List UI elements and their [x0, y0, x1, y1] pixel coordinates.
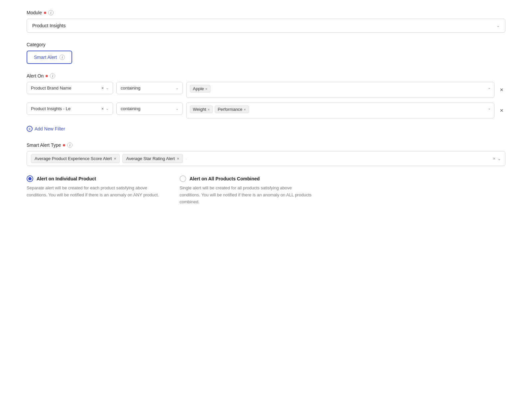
- radio-combined-title: Alert on All Products Combined: [190, 176, 260, 181]
- alert-on-info-icon[interactable]: i: [50, 73, 55, 79]
- alert-on-label: Alert On: [27, 73, 44, 79]
- filter1-operator-select[interactable]: containing ⌄: [116, 82, 183, 94]
- smart-alert-type-required-dot: [63, 144, 65, 146]
- alert-on-section: Alert On i Product Brand Name × ⌄ contai…: [27, 73, 505, 133]
- category-label: Category: [27, 42, 46, 47]
- radio-combined-description: Single alert will be created for all pro…: [180, 185, 313, 205]
- smart-alert-type-chevron-icon[interactable]: ⌄: [497, 156, 501, 161]
- module-value: Product Insights: [32, 23, 66, 28]
- filter1-field-chevron-icon[interactable]: ⌄: [106, 86, 109, 90]
- filter2-tag-performance-remove-icon[interactable]: ×: [244, 107, 246, 111]
- filter2-field-remove-icon[interactable]: ×: [101, 106, 104, 111]
- radio-combined-circle[interactable]: [180, 175, 186, 182]
- filter1-values-inner: Apple × ⌄: [190, 85, 491, 93]
- smart-alert-type-label-row: Smart Alert Type i: [27, 142, 505, 148]
- filter1-field-select[interactable]: Product Brand Name × ⌄: [27, 82, 113, 94]
- filter2-values-box[interactable]: Weight × Performance × ⌄: [186, 102, 494, 118]
- module-required-dot: [44, 12, 46, 14]
- filter2-values-inner: Weight × Performance × ⌄: [190, 105, 491, 113]
- radio-option-combined-label-row: Alert on All Products Combined: [180, 175, 313, 182]
- alert-on-required-dot: [46, 75, 48, 77]
- filter2-field-value: Product Insights - Le: [31, 106, 99, 111]
- filter2-tag-weight-remove-icon[interactable]: ×: [207, 107, 209, 111]
- filter2-tag-weight: Weight ×: [190, 105, 213, 113]
- smart-alert-type-field[interactable]: Average Product Experience Score Alert ×…: [27, 151, 505, 166]
- filter2-field-select[interactable]: Product Insights - Le × ⌄: [27, 102, 113, 115]
- filter1-operator-value: containing: [121, 86, 174, 91]
- smart-alert-category-button[interactable]: Smart Alert i: [27, 51, 72, 64]
- add-filter-circle-icon: +: [27, 126, 33, 132]
- filter1-field-remove-icon[interactable]: ×: [101, 86, 104, 91]
- filter-row-1: Product Brand Name × ⌄ containing ⌄ Appl…: [27, 82, 505, 98]
- filter2-tag-performance: Performance ×: [215, 105, 249, 113]
- module-section: Module i Product Insights ⌄: [27, 10, 505, 33]
- smart-alert-type-info-icon[interactable]: i: [67, 142, 72, 148]
- radio-option-individual[interactable]: Alert on Individual Product Separate ale…: [27, 175, 160, 205]
- radio-individual-description: Separate alert will be created for each …: [27, 185, 160, 199]
- category-info-icon[interactable]: i: [60, 55, 65, 60]
- alert-type-tag-1: Average Product Experience Score Alert ×: [31, 154, 120, 163]
- radio-section: Alert on Individual Product Separate ale…: [27, 175, 505, 205]
- filter2-operator-chevron-icon[interactable]: ⌄: [176, 106, 179, 111]
- alert-type-tag-1-remove-icon[interactable]: ×: [114, 156, 116, 161]
- filter1-tag-apple-remove-icon[interactable]: ×: [205, 87, 207, 91]
- filter2-remove-button[interactable]: ×: [498, 104, 505, 117]
- add-new-filter-button[interactable]: + Add New Filter: [27, 124, 65, 133]
- filter2-operator-select[interactable]: containing ⌄: [116, 102, 183, 115]
- module-info-icon[interactable]: i: [48, 10, 54, 15]
- radio-options-container: Alert on Individual Product Separate ale…: [27, 175, 505, 205]
- filter1-tags-area: Apple ×: [190, 85, 486, 93]
- category-section: Category Smart Alert i: [27, 42, 505, 64]
- module-dropdown[interactable]: Product Insights ⌄: [27, 19, 505, 33]
- filter2-field-chevron-icon[interactable]: ⌄: [106, 106, 109, 111]
- filter2-operator-value: containing: [121, 106, 174, 111]
- filter1-field-value: Product Brand Name: [31, 86, 99, 91]
- filter1-remove-button[interactable]: ×: [498, 84, 505, 96]
- alert-on-label-row: Alert On i: [27, 73, 505, 79]
- filter2-tag-performance-label: Performance: [218, 107, 242, 112]
- smart-alert-type-label: Smart Alert Type: [27, 142, 61, 148]
- category-label-row: Category: [27, 42, 505, 47]
- smart-alert-type-section: Smart Alert Type i Average Product Exper…: [27, 142, 505, 166]
- filter1-operator-chevron-icon[interactable]: ⌄: [176, 86, 179, 90]
- alert-type-tag-2-remove-icon[interactable]: ×: [177, 156, 179, 161]
- smart-alert-type-controls: × ⌄: [493, 156, 501, 161]
- radio-individual-circle[interactable]: [27, 175, 33, 182]
- smart-alert-button-label: Smart Alert: [34, 55, 57, 60]
- filter1-tag-apple: Apple ×: [190, 85, 210, 93]
- alert-type-tag-1-label: Average Product Experience Score Alert: [35, 156, 112, 161]
- radio-individual-title: Alert on Individual Product: [37, 176, 96, 181]
- alert-type-tag-2: Average Star Rating Alert ×: [122, 154, 183, 163]
- filter1-remove-icon: ×: [500, 87, 503, 94]
- radio-option-combined[interactable]: Alert on All Products Combined Single al…: [180, 175, 313, 205]
- add-filter-label: Add New Filter: [35, 126, 65, 131]
- filter1-values-chevron-icon[interactable]: ⌄: [488, 86, 491, 90]
- filter2-values-chevron-icon[interactable]: ⌄: [488, 106, 491, 110]
- radio-option-individual-label-row: Alert on Individual Product: [27, 175, 160, 182]
- filter-row-2: Product Insights - Le × ⌄ containing ⌄ W…: [27, 102, 505, 118]
- filter1-values-box[interactable]: Apple × ⌄: [186, 82, 494, 98]
- filter2-remove-icon: ×: [500, 107, 503, 114]
- alert-type-tag-2-label: Average Star Rating Alert: [126, 156, 175, 161]
- field-dot-separator: ·: [186, 156, 187, 161]
- filter2-tags-area: Weight × Performance ×: [190, 105, 486, 113]
- filter2-tag-weight-label: Weight: [193, 107, 206, 112]
- module-chevron-icon: ⌄: [496, 23, 500, 28]
- filter1-tag-apple-label: Apple: [193, 86, 204, 91]
- smart-alert-type-clear-icon[interactable]: ×: [493, 156, 495, 161]
- module-label: Module: [27, 10, 42, 15]
- module-label-row: Module i: [27, 10, 505, 15]
